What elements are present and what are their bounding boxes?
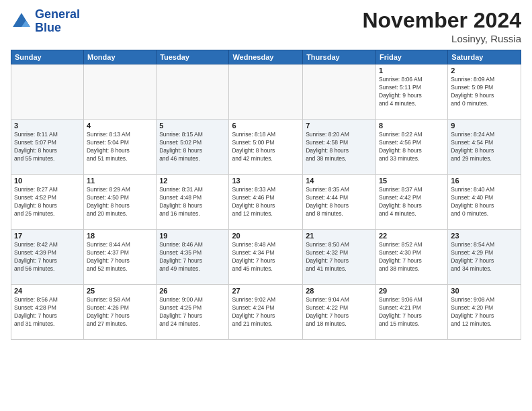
calendar-cell: 24Sunrise: 8:56 AM Sunset: 4:28 PM Dayli… bbox=[11, 285, 84, 340]
calendar-cell: 10Sunrise: 8:27 AM Sunset: 4:52 PM Dayli… bbox=[11, 175, 84, 230]
day-number: 18 bbox=[87, 232, 153, 240]
day-info: Sunrise: 8:13 AM Sunset: 5:04 PM Dayligh… bbox=[87, 131, 153, 163]
calendar-cell bbox=[83, 64, 156, 120]
calendar-cell: 1Sunrise: 8:06 AM Sunset: 5:11 PM Daylig… bbox=[375, 64, 447, 120]
day-number: 9 bbox=[451, 122, 518, 130]
col-sunday: Sunday bbox=[11, 50, 84, 64]
day-info: Sunrise: 9:08 AM Sunset: 4:20 PM Dayligh… bbox=[451, 296, 518, 328]
day-number: 15 bbox=[379, 177, 445, 185]
calendar-week-row: 1Sunrise: 8:06 AM Sunset: 5:11 PM Daylig… bbox=[11, 64, 521, 120]
logo-icon bbox=[11, 11, 32, 32]
col-monday: Monday bbox=[83, 50, 156, 64]
day-info: Sunrise: 8:48 AM Sunset: 4:34 PM Dayligh… bbox=[232, 241, 300, 273]
calendar-cell: 25Sunrise: 8:58 AM Sunset: 4:26 PM Dayli… bbox=[83, 285, 156, 340]
calendar-cell: 12Sunrise: 8:31 AM Sunset: 4:48 PM Dayli… bbox=[157, 175, 229, 230]
day-info: Sunrise: 8:15 AM Sunset: 5:02 PM Dayligh… bbox=[159, 131, 226, 163]
logo-line2: Blue bbox=[35, 21, 80, 35]
calendar-week-row: 3Sunrise: 8:11 AM Sunset: 5:07 PM Daylig… bbox=[11, 120, 521, 175]
day-number: 19 bbox=[159, 232, 226, 240]
calendar-cell: 22Sunrise: 8:52 AM Sunset: 4:30 PM Dayli… bbox=[375, 230, 447, 285]
calendar-cell: 4Sunrise: 8:13 AM Sunset: 5:04 PM Daylig… bbox=[83, 120, 156, 175]
day-number: 25 bbox=[87, 287, 153, 295]
calendar-cell: 29Sunrise: 9:06 AM Sunset: 4:21 PM Dayli… bbox=[375, 285, 447, 340]
day-number: 10 bbox=[14, 177, 81, 185]
logo-line1: General bbox=[35, 8, 80, 21]
day-info: Sunrise: 9:04 AM Sunset: 4:22 PM Dayligh… bbox=[306, 296, 373, 328]
day-number: 14 bbox=[306, 177, 373, 185]
day-number: 13 bbox=[232, 177, 300, 185]
day-number: 26 bbox=[159, 287, 226, 295]
header: General Blue November 2024 Losinyy, Russ… bbox=[11, 8, 521, 44]
day-info: Sunrise: 8:44 AM Sunset: 4:37 PM Dayligh… bbox=[87, 241, 153, 273]
day-number: 28 bbox=[306, 287, 373, 295]
calendar-cell: 20Sunrise: 8:48 AM Sunset: 4:34 PM Dayli… bbox=[229, 230, 303, 285]
day-info: Sunrise: 8:40 AM Sunset: 4:40 PM Dayligh… bbox=[451, 186, 518, 218]
calendar-cell: 28Sunrise: 9:04 AM Sunset: 4:22 PM Dayli… bbox=[303, 285, 376, 340]
calendar-cell: 23Sunrise: 8:54 AM Sunset: 4:29 PM Dayli… bbox=[448, 230, 521, 285]
col-friday: Friday bbox=[375, 50, 447, 64]
day-number: 21 bbox=[306, 232, 373, 240]
title-block: November 2024 Losinyy, Russia bbox=[362, 8, 521, 44]
calendar-cell: 3Sunrise: 8:11 AM Sunset: 5:07 PM Daylig… bbox=[11, 120, 84, 175]
day-number: 8 bbox=[379, 122, 445, 130]
calendar-cell: 21Sunrise: 8:50 AM Sunset: 4:32 PM Dayli… bbox=[303, 230, 376, 285]
day-info: Sunrise: 9:06 AM Sunset: 4:21 PM Dayligh… bbox=[379, 296, 445, 328]
day-number: 27 bbox=[232, 287, 300, 295]
calendar-cell: 11Sunrise: 8:29 AM Sunset: 4:50 PM Dayli… bbox=[83, 175, 156, 230]
col-thursday: Thursday bbox=[303, 50, 376, 64]
day-info: Sunrise: 8:50 AM Sunset: 4:32 PM Dayligh… bbox=[306, 241, 373, 273]
day-info: Sunrise: 9:02 AM Sunset: 4:24 PM Dayligh… bbox=[232, 296, 300, 328]
day-info: Sunrise: 8:42 AM Sunset: 4:39 PM Dayligh… bbox=[14, 241, 81, 273]
calendar-cell: 9Sunrise: 8:24 AM Sunset: 4:54 PM Daylig… bbox=[448, 120, 521, 175]
calendar-cell: 27Sunrise: 9:02 AM Sunset: 4:24 PM Dayli… bbox=[229, 285, 303, 340]
calendar-cell bbox=[11, 64, 84, 120]
calendar-week-row: 17Sunrise: 8:42 AM Sunset: 4:39 PM Dayli… bbox=[11, 230, 521, 285]
day-info: Sunrise: 8:46 AM Sunset: 4:35 PM Dayligh… bbox=[159, 241, 226, 273]
day-info: Sunrise: 8:20 AM Sunset: 4:58 PM Dayligh… bbox=[306, 131, 373, 163]
calendar-cell: 30Sunrise: 9:08 AM Sunset: 4:20 PM Dayli… bbox=[448, 285, 521, 340]
day-info: Sunrise: 8:22 AM Sunset: 4:56 PM Dayligh… bbox=[379, 131, 445, 163]
day-info: Sunrise: 8:56 AM Sunset: 4:28 PM Dayligh… bbox=[14, 296, 81, 328]
calendar-cell bbox=[303, 64, 376, 120]
day-info: Sunrise: 8:35 AM Sunset: 4:44 PM Dayligh… bbox=[306, 186, 373, 218]
day-info: Sunrise: 8:54 AM Sunset: 4:29 PM Dayligh… bbox=[451, 241, 518, 273]
day-number: 5 bbox=[159, 122, 226, 130]
col-tuesday: Tuesday bbox=[157, 50, 229, 64]
day-info: Sunrise: 8:37 AM Sunset: 4:42 PM Dayligh… bbox=[379, 186, 445, 218]
calendar-cell: 17Sunrise: 8:42 AM Sunset: 4:39 PM Dayli… bbox=[11, 230, 84, 285]
day-number: 30 bbox=[451, 287, 518, 295]
day-info: Sunrise: 8:06 AM Sunset: 5:11 PM Dayligh… bbox=[379, 76, 445, 108]
location: Losinyy, Russia bbox=[362, 33, 521, 44]
day-number: 3 bbox=[14, 122, 81, 130]
day-number: 16 bbox=[451, 177, 518, 185]
day-number: 11 bbox=[87, 177, 153, 185]
calendar-cell: 26Sunrise: 9:00 AM Sunset: 4:25 PM Dayli… bbox=[157, 285, 229, 340]
calendar-header-row: Sunday Monday Tuesday Wednesday Thursday… bbox=[11, 50, 521, 64]
calendar-table: Sunday Monday Tuesday Wednesday Thursday… bbox=[11, 50, 521, 340]
day-number: 4 bbox=[87, 122, 153, 130]
calendar-cell: 5Sunrise: 8:15 AM Sunset: 5:02 PM Daylig… bbox=[157, 120, 229, 175]
day-info: Sunrise: 8:33 AM Sunset: 4:46 PM Dayligh… bbox=[232, 186, 300, 218]
day-number: 7 bbox=[306, 122, 373, 130]
calendar-cell: 7Sunrise: 8:20 AM Sunset: 4:58 PM Daylig… bbox=[303, 120, 376, 175]
day-number: 20 bbox=[232, 232, 300, 240]
calendar-cell: 8Sunrise: 8:22 AM Sunset: 4:56 PM Daylig… bbox=[375, 120, 447, 175]
calendar-cell: 15Sunrise: 8:37 AM Sunset: 4:42 PM Dayli… bbox=[375, 175, 447, 230]
day-number: 17 bbox=[14, 232, 81, 240]
logo-text: General Blue bbox=[35, 8, 80, 35]
day-info: Sunrise: 8:31 AM Sunset: 4:48 PM Dayligh… bbox=[159, 186, 226, 218]
calendar-cell bbox=[157, 64, 229, 120]
day-info: Sunrise: 8:18 AM Sunset: 5:00 PM Dayligh… bbox=[232, 131, 300, 163]
col-wednesday: Wednesday bbox=[229, 50, 303, 64]
day-number: 12 bbox=[159, 177, 226, 185]
page: General Blue November 2024 Losinyy, Russ… bbox=[0, 0, 532, 411]
calendar-cell: 19Sunrise: 8:46 AM Sunset: 4:35 PM Dayli… bbox=[157, 230, 229, 285]
logo: General Blue bbox=[11, 8, 80, 35]
day-info: Sunrise: 8:52 AM Sunset: 4:30 PM Dayligh… bbox=[379, 241, 445, 273]
month-title: November 2024 bbox=[362, 8, 521, 33]
calendar-cell bbox=[229, 64, 303, 120]
calendar-cell: 16Sunrise: 8:40 AM Sunset: 4:40 PM Dayli… bbox=[448, 175, 521, 230]
day-info: Sunrise: 8:24 AM Sunset: 4:54 PM Dayligh… bbox=[451, 131, 518, 163]
day-number: 29 bbox=[379, 287, 445, 295]
day-number: 2 bbox=[451, 66, 518, 75]
